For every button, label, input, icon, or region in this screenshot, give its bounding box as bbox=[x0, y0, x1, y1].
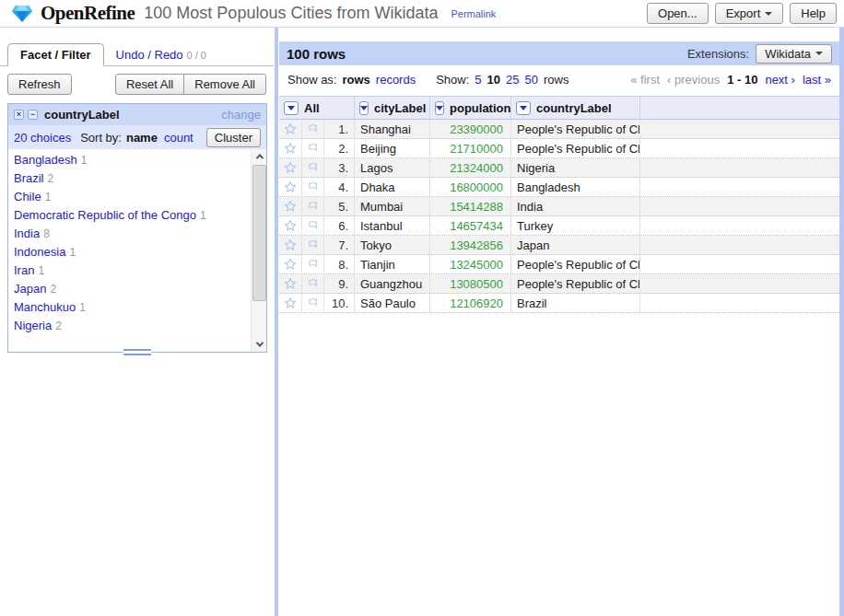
scroll-down-icon[interactable] bbox=[252, 337, 267, 352]
flag-toggle[interactable] bbox=[302, 178, 324, 196]
star-toggle[interactable] bbox=[279, 216, 302, 235]
cell-citylabel[interactable]: Tianjin bbox=[355, 255, 430, 273]
cell-population[interactable]: 13080500 bbox=[430, 274, 511, 293]
facet-choice-link[interactable]: Chile bbox=[14, 190, 41, 203]
reset-all-button[interactable]: Reset All bbox=[115, 74, 184, 95]
facet-scrollbar[interactable] bbox=[251, 149, 266, 352]
facet-resize-handle[interactable] bbox=[123, 349, 151, 355]
cell-population[interactable]: 21710000 bbox=[430, 139, 511, 157]
flag-toggle[interactable] bbox=[302, 197, 324, 215]
cell-countrylabel[interactable]: Japan bbox=[511, 236, 640, 254]
star-toggle[interactable] bbox=[279, 139, 302, 157]
tab-undo-redo[interactable]: Undo / Redo0 / 0 bbox=[104, 44, 218, 65]
scrollbar-thumb[interactable] bbox=[252, 165, 266, 301]
facet-choice-link[interactable]: India bbox=[14, 227, 40, 240]
star-icon bbox=[284, 238, 297, 251]
flag-toggle[interactable] bbox=[302, 216, 324, 235]
flag-toggle[interactable] bbox=[302, 236, 324, 254]
flag-toggle[interactable] bbox=[302, 158, 324, 177]
facet-choice-link[interactable]: Iran bbox=[14, 263, 34, 277]
cluster-button[interactable]: Cluster bbox=[206, 128, 261, 147]
show-as-records-link[interactable]: records bbox=[376, 73, 416, 87]
cell-citylabel[interactable]: Guangzhou bbox=[355, 274, 430, 293]
wikidata-extension-button[interactable]: Wikidata bbox=[756, 44, 832, 64]
refresh-button[interactable]: Refresh bbox=[7, 74, 72, 95]
cell-countrylabel[interactable]: Brazil bbox=[511, 294, 640, 312]
page-size-50[interactable]: 50 bbox=[525, 73, 538, 87]
cell-population[interactable]: 13942856 bbox=[430, 236, 511, 254]
facet-choice-link[interactable]: Japan bbox=[14, 282, 46, 296]
facet-choice-count: 2 bbox=[50, 283, 56, 296]
page-size-10-selected[interactable]: 10 bbox=[487, 73, 500, 87]
cell-citylabel[interactable]: Tokyo bbox=[355, 236, 430, 254]
facet-choice-link[interactable]: Nigeria bbox=[14, 319, 52, 332]
cell-countrylabel[interactable]: Nigeria bbox=[511, 158, 640, 177]
cell-citylabel[interactable]: Beijing bbox=[355, 139, 430, 157]
help-button[interactable]: Help bbox=[790, 3, 837, 24]
flag-toggle[interactable] bbox=[302, 294, 324, 312]
facet-choice: Brazil2 bbox=[14, 169, 248, 188]
remove-all-button[interactable]: Remove All bbox=[183, 74, 266, 95]
flag-toggle[interactable] bbox=[302, 255, 324, 273]
column-dropdown-population-icon[interactable] bbox=[435, 101, 444, 115]
show-as-label: Show as: bbox=[287, 73, 336, 87]
tab-facet-filter[interactable]: Facet / Filter bbox=[7, 43, 104, 66]
cell-citylabel[interactable]: Istanbul bbox=[355, 216, 430, 235]
cell-population[interactable]: 13245000 bbox=[430, 255, 511, 273]
facet-change-link[interactable]: change bbox=[221, 108, 261, 122]
star-toggle[interactable] bbox=[279, 120, 302, 138]
cell-countrylabel[interactable]: People's Republic of China bbox=[511, 139, 640, 157]
flag-toggle[interactable] bbox=[302, 139, 324, 157]
cell-citylabel[interactable]: São Paulo bbox=[355, 294, 430, 312]
flag-toggle[interactable] bbox=[302, 274, 324, 293]
facet-close-icon[interactable]: × bbox=[14, 110, 24, 120]
table-row: 5. Mumbai 15414288 India bbox=[279, 197, 839, 216]
cell-countrylabel[interactable]: People's Republic of China bbox=[511, 255, 640, 273]
column-dropdown-citylabel-icon[interactable] bbox=[359, 101, 369, 115]
cell-citylabel[interactable]: Lagos bbox=[355, 158, 430, 177]
flag-toggle[interactable] bbox=[302, 120, 324, 138]
cell-population[interactable]: 14657434 bbox=[430, 216, 511, 235]
cell-citylabel[interactable]: Shanghai bbox=[355, 120, 430, 138]
cell-population[interactable]: 21324000 bbox=[430, 158, 511, 177]
facet-minimize-icon[interactable]: − bbox=[28, 110, 38, 120]
sort-by-name[interactable]: name bbox=[126, 131, 158, 145]
star-toggle[interactable] bbox=[279, 255, 302, 273]
column-dropdown-all-icon[interactable] bbox=[284, 101, 299, 115]
page-size-25[interactable]: 25 bbox=[506, 73, 519, 87]
open-button[interactable]: Open... bbox=[647, 3, 709, 24]
export-button[interactable]: Export bbox=[715, 3, 784, 24]
star-toggle[interactable] bbox=[279, 158, 302, 177]
cell-citylabel[interactable]: Dhaka bbox=[355, 178, 430, 196]
star-toggle[interactable] bbox=[279, 236, 302, 254]
facet-choice-link[interactable]: Indonesia bbox=[14, 245, 65, 259]
choices-count-link[interactable]: 20 choices bbox=[14, 131, 71, 145]
show-as-rows-selected[interactable]: rows bbox=[342, 73, 369, 87]
facet-choice: Bangladesh1 bbox=[14, 151, 248, 169]
facet-choice-link[interactable]: Brazil bbox=[14, 171, 44, 185]
star-toggle[interactable] bbox=[279, 197, 302, 215]
permalink-link[interactable]: Permalink bbox=[451, 8, 496, 19]
facet-choice-link[interactable]: Bangladesh bbox=[14, 153, 77, 167]
sort-by-count[interactable]: count bbox=[164, 131, 193, 145]
star-toggle[interactable] bbox=[279, 178, 302, 196]
cell-population[interactable]: 16800000 bbox=[430, 178, 511, 196]
cell-countrylabel[interactable]: Turkey bbox=[511, 216, 640, 235]
cell-countrylabel[interactable]: Bangladesh bbox=[511, 178, 640, 196]
cell-countrylabel[interactable]: People's Republic of China bbox=[511, 120, 640, 138]
cell-countrylabel[interactable]: People's Republic of China bbox=[511, 274, 640, 293]
pagination-next[interactable]: next › bbox=[765, 73, 795, 87]
page-size-5[interactable]: 5 bbox=[475, 73, 481, 87]
pagination-last[interactable]: last » bbox=[803, 73, 831, 87]
facet-choice-link[interactable]: Democratic Republic of the Congo bbox=[14, 208, 196, 222]
column-dropdown-countrylabel-icon[interactable] bbox=[516, 101, 531, 115]
cell-population[interactable]: 23390000 bbox=[430, 120, 511, 138]
cell-countrylabel[interactable]: India bbox=[511, 197, 640, 215]
cell-citylabel[interactable]: Mumbai bbox=[355, 197, 430, 215]
star-toggle[interactable] bbox=[279, 294, 302, 312]
facet-choice-link[interactable]: Manchukuo bbox=[14, 300, 76, 314]
star-toggle[interactable] bbox=[279, 274, 302, 293]
cell-population[interactable]: 12106920 bbox=[430, 294, 511, 312]
cell-population[interactable]: 15414288 bbox=[430, 197, 511, 215]
scroll-up-icon[interactable] bbox=[252, 149, 267, 164]
